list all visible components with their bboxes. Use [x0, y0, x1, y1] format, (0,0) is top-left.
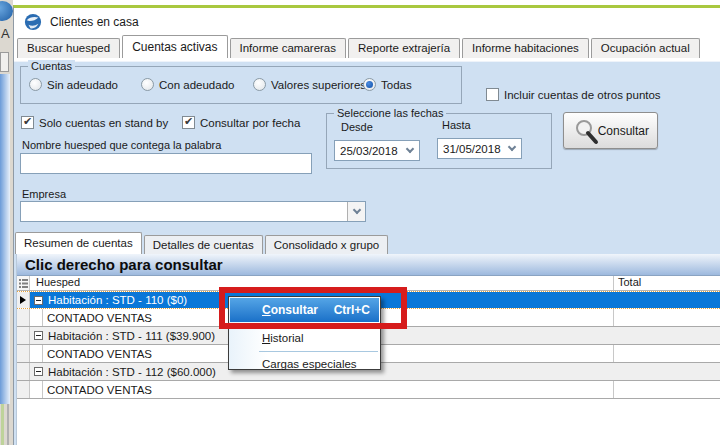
table-row-contado-ventas[interactable]: CONTADO VENTAS [17, 381, 720, 399]
radio-sin-adeudado[interactable]: Sin adeudado [29, 78, 118, 91]
radio-circle-icon[interactable] [253, 78, 266, 91]
consultar-button[interactable]: Consultar [563, 112, 658, 149]
background-edge-line2 [7, 404, 9, 445]
row-selector-cell[interactable] [17, 363, 30, 380]
menu-separator [259, 351, 378, 352]
subtab-detalles-de-cuentas[interactable]: Detalles de cuentas [144, 235, 263, 254]
grid-corner-cell[interactable] [17, 276, 30, 290]
annotation-highlight-rectangle [219, 287, 407, 329]
results-tab-strip: Resumen de cuentas Detalles de cuentas C… [15, 232, 390, 254]
empresa-combobox[interactable] [20, 201, 366, 222]
row-text: Habitación : STD - 110 ($0) [48, 294, 187, 306]
nombre-huesped-label: Nombre huesped que contega la palabra [22, 139, 221, 151]
tab-ocupacion-actual[interactable]: Ocupación actual [591, 38, 700, 58]
background-partial-text: A [1, 26, 10, 41]
context-menu-item-historial[interactable]: Historial [229, 328, 380, 348]
cuentas-activas-panel: Cuentas Sin adeudado Con adeudado Valore… [14, 61, 720, 445]
checkbox-label: Solo cuentas en stand by [39, 117, 168, 129]
empresa-label: Empresa [22, 188, 66, 200]
row-total-cell [614, 345, 720, 362]
subtab-resumen-de-cuentas[interactable]: Resumen de cuentas [15, 232, 142, 254]
collapse-minus-icon[interactable] [34, 331, 43, 340]
desde-date-picker[interactable]: 25/03/2018 [334, 140, 420, 161]
cuentas-groupbox: Cuentas Sin adeudado Con adeudado Valore… [20, 66, 462, 104]
clientes-en-casa-window: Clientes en casa Buscar huesped Cuentas … [13, 5, 720, 445]
row-text: Habitación : STD - 111 ($39.900) [48, 330, 215, 342]
hasta-label: Hasta [442, 119, 471, 131]
tab-informe-camareras[interactable]: Informe camareras [230, 38, 347, 58]
radio-selected-icon[interactable] [363, 78, 376, 91]
fechas-groupbox-label: Seleccione las fechas [334, 107, 446, 119]
indent-cell [30, 345, 43, 362]
hasta-date-picker[interactable]: 31/05/2018 [437, 138, 522, 159]
fechas-groupbox: Seleccione las fechas Desde Hasta 25/03/… [326, 113, 552, 169]
checkbox-por-fecha[interactable]: Consultar por fecha [182, 116, 300, 129]
row-selector-cell[interactable] [17, 345, 30, 362]
radio-circle-icon[interactable] [29, 78, 42, 91]
row-text: CONTADO VENTAS [47, 348, 152, 360]
background-window-fragment: A [0, 0, 13, 445]
empresa-dropdown-button[interactable] [347, 202, 365, 221]
radio-todas[interactable]: Todas [363, 78, 412, 91]
column-header-total[interactable]: Total [614, 276, 720, 290]
subtab-consolidado-x-grupo[interactable]: Consolidado x grupo [265, 235, 389, 254]
cuentas-groupbox-label: Cuentas [28, 60, 75, 72]
main-tab-strip: Buscar huesped Cuentas activas Informe c… [14, 35, 720, 58]
tab-reporte-extrajeria[interactable]: Reporte extrajería [348, 38, 460, 58]
row-selector-cell[interactable] [17, 309, 30, 326]
radio-circle-icon[interactable] [141, 78, 154, 91]
grid-title: Clic derecho para consultar [17, 254, 720, 276]
radio-valores-superiores[interactable]: Valores superiores [253, 78, 366, 91]
current-row-arrow-icon [20, 296, 26, 304]
grid-icon [19, 279, 28, 288]
hasta-date-value: 31/05/2018 [438, 143, 503, 155]
row-text: CONTADO VENTAS [47, 312, 152, 324]
background-app-icon [0, 1, 13, 21]
collapse-minus-icon[interactable] [34, 367, 43, 376]
hasta-dropdown-button[interactable] [503, 139, 521, 158]
checkbox-checked-icon[interactable] [21, 116, 34, 129]
radio-label: Con adeudado [159, 79, 234, 91]
app-icon [24, 13, 42, 31]
chevron-down-icon [508, 143, 516, 151]
collapse-minus-icon[interactable] [34, 296, 43, 305]
row-total-cell [614, 309, 720, 326]
menu-item-label: Cargas especiales [262, 358, 357, 370]
radio-label: Todas [381, 79, 412, 91]
indent-cell [30, 381, 43, 398]
menu-item-label: Historial [262, 332, 304, 344]
checkbox-checked-icon[interactable] [182, 116, 195, 129]
chevron-down-icon [352, 206, 360, 214]
checkbox-incluir-cuentas[interactable]: Incluir cuentas de otros puntos [486, 88, 661, 101]
context-menu-item-cargas-especiales[interactable]: Cargas especiales [229, 354, 380, 374]
row-total-cell [614, 381, 720, 398]
checkbox-label: Incluir cuentas de otros puntos [504, 89, 661, 101]
row-selector-cell[interactable] [17, 381, 30, 398]
radio-label: Sin adeudado [47, 79, 118, 91]
checkbox-stand-by[interactable]: Solo cuentas en stand by [21, 116, 168, 129]
tab-buscar-huesped[interactable]: Buscar huesped [17, 38, 120, 58]
row-text-cell: CONTADO VENTAS [43, 381, 614, 398]
row-text: CONTADO VENTAS [47, 384, 152, 396]
window-title: Clientes en casa [50, 15, 139, 29]
consultar-button-label: Consultar [598, 124, 649, 138]
radio-con-adeudado[interactable]: Con adeudado [141, 78, 234, 91]
desde-date-value: 25/03/2018 [335, 145, 401, 157]
background-grid-fragment [0, 52, 9, 72]
desde-dropdown-button[interactable] [401, 141, 419, 160]
row-text: Habitación : STD - 112 ($60.000) [48, 366, 216, 378]
title-bar[interactable]: Clientes en casa [14, 8, 720, 35]
search-icon [572, 118, 600, 146]
checkbox-icon[interactable] [486, 88, 499, 101]
indent-cell [30, 309, 43, 326]
desde-label: Desde [341, 121, 373, 133]
tab-cuentas-activas[interactable]: Cuentas activas [122, 35, 227, 58]
row-selector-cell[interactable] [17, 327, 30, 344]
checkbox-label: Consultar por fecha [200, 117, 300, 129]
chevron-down-icon [406, 145, 414, 153]
nombre-huesped-input[interactable] [20, 153, 312, 174]
radio-label: Valores superiores [271, 79, 366, 91]
background-edge-line [1, 404, 4, 445]
row-selector-cell[interactable] [17, 292, 30, 308]
tab-informe-habitaciones[interactable]: Informe habitaciones [462, 38, 589, 58]
